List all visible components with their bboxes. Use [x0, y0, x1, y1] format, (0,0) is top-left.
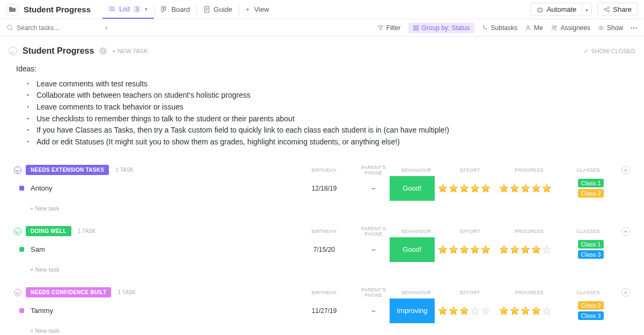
automate-button[interactable]: Automate — [530, 3, 583, 16]
star-full-icon — [499, 244, 509, 255]
chevron-down-icon[interactable]: ▾ — [105, 25, 108, 31]
task-count: 1 TASK — [115, 167, 134, 173]
star-full-icon — [531, 305, 541, 316]
add-column[interactable]: + — [621, 227, 630, 236]
view-tabs: List 3 ▾ Board Guide + View — [103, 0, 275, 19]
svg-point-9 — [604, 9, 606, 10]
filter-icon — [377, 25, 384, 31]
behaviour-cell[interactable]: Good! — [390, 237, 435, 262]
svg-point-8 — [540, 10, 541, 11]
star-full-icon — [480, 183, 491, 194]
class-chip[interactable]: Class 3 — [578, 311, 604, 320]
share-button[interactable]: Share — [597, 3, 638, 16]
control-bar: ▾ Filter Group by: Status Subtasks Me As… — [0, 19, 644, 37]
effort-cell[interactable] — [435, 176, 494, 201]
automate-menu[interactable]: ▾ — [582, 3, 592, 16]
star-full-icon — [520, 244, 531, 255]
show-closed[interactable]: SHOW CLOSED — [583, 48, 635, 54]
add-column[interactable]: + — [621, 288, 630, 297]
classes-cell[interactable]: Class 1Class 3 — [561, 237, 620, 262]
behaviour-cell[interactable]: Good! — [390, 176, 435, 201]
status-square[interactable] — [19, 247, 24, 252]
collapse-group[interactable] — [14, 228, 21, 235]
collapse-group[interactable] — [14, 289, 21, 296]
star-full-icon — [437, 183, 448, 194]
status-pill[interactable]: DOING WELL — [26, 226, 71, 236]
tab-guide[interactable]: Guide — [197, 0, 239, 19]
class-chip[interactable]: Class 3 — [578, 250, 604, 259]
me-button[interactable]: Me — [525, 24, 543, 32]
tab-list-count: 3 — [133, 5, 141, 13]
more-button[interactable]: ··· — [631, 24, 638, 32]
behaviour-cell[interactable]: Improving — [390, 298, 435, 323]
search-input[interactable] — [17, 24, 76, 32]
status-square[interactable] — [19, 308, 24, 313]
class-chip[interactable]: Class 2 — [578, 189, 604, 198]
ideas-item: Use checklists to remember things to tal… — [27, 113, 635, 125]
task-row[interactable]: Tammy 11/27/19 – Improving Class 2Class … — [9, 298, 635, 323]
class-chip[interactable]: Class 1 — [578, 240, 604, 249]
class-chip[interactable]: Class 2 — [578, 301, 604, 310]
star-full-icon — [509, 244, 520, 255]
tab-view-add[interactable]: + View — [239, 0, 276, 19]
subtasks-button[interactable]: Subtasks — [482, 24, 517, 32]
classes-cell[interactable]: Class 1Class 2 — [561, 176, 620, 201]
people-icon — [551, 25, 558, 31]
plus-icon: + — [246, 5, 250, 13]
filter-button[interactable]: Filter — [377, 24, 401, 32]
effort-cell[interactable] — [435, 298, 494, 323]
svg-rect-16 — [416, 28, 418, 30]
add-column[interactable]: + — [621, 166, 630, 174]
folder-icon[interactable] — [6, 4, 18, 16]
svg-point-10 — [608, 7, 609, 9]
birthday-cell: 11/27/19 — [303, 298, 346, 323]
star-full-icon — [509, 305, 520, 316]
assignees-button[interactable]: Assignees — [551, 24, 590, 32]
progress-cell[interactable] — [496, 237, 555, 262]
star-empty-icon — [470, 305, 480, 316]
new-task-row[interactable]: + New task — [9, 201, 635, 212]
star-full-icon — [448, 244, 459, 255]
task-name: Tammy — [31, 307, 53, 315]
svg-point-0 — [109, 6, 110, 8]
star-full-icon — [520, 183, 531, 194]
new-task-link[interactable]: + NEW TASK — [112, 48, 148, 54]
robot-icon — [536, 6, 544, 13]
star-full-icon — [459, 244, 470, 255]
ideas-item: Leave comments to track behavior or issu… — [27, 101, 635, 113]
star-full-icon — [448, 305, 459, 316]
task-count: 1 TASK — [78, 228, 96, 234]
new-task-row[interactable]: + New task — [9, 323, 635, 334]
svg-rect-6 — [537, 8, 542, 12]
progress-cell[interactable] — [496, 176, 555, 201]
status-pill[interactable]: NEEDS CONFIDENCE BUILT — [26, 287, 111, 297]
collapse-list[interactable] — [9, 47, 17, 55]
progress-cell[interactable] — [496, 298, 555, 323]
svg-point-17 — [482, 25, 484, 26]
groupby-button[interactable]: Group by: Status — [408, 23, 474, 33]
status-pill[interactable]: NEEDS EXTENSION TASKS — [26, 165, 109, 175]
ideas-heading: Ideas: — [16, 63, 635, 75]
classes-cell[interactable]: Class 2Class 3 — [561, 298, 620, 323]
star-full-icon — [437, 305, 448, 316]
tab-list[interactable]: List 3 ▾ — [103, 0, 154, 19]
class-chip[interactable]: Class 1 — [578, 179, 604, 187]
svg-rect-13 — [413, 25, 415, 27]
svg-point-12 — [8, 25, 12, 30]
chevron-down-icon: ▾ — [586, 8, 588, 13]
status-group: DOING WELL 1 TASK BIRTHDAY PARENT'S PHON… — [9, 225, 635, 273]
svg-point-2 — [109, 10, 110, 11]
svg-point-7 — [538, 10, 539, 11]
svg-rect-3 — [162, 7, 163, 12]
new-task-row[interactable]: + New task — [9, 262, 635, 273]
status-square[interactable] — [19, 186, 24, 191]
svg-rect-4 — [164, 7, 166, 11]
collapse-group[interactable] — [14, 166, 21, 174]
task-row[interactable]: Antony 12/18/19 – Good! Class 1Class 2 — [9, 176, 635, 201]
effort-cell[interactable] — [435, 237, 494, 262]
info-icon[interactable]: i — [99, 47, 107, 55]
star-full-icon — [541, 183, 552, 194]
show-button[interactable]: Show — [598, 24, 623, 32]
task-row[interactable]: Sam 7/15/20 – Good! Class 1Class 3 — [9, 237, 635, 262]
tab-board[interactable]: Board — [155, 0, 196, 19]
